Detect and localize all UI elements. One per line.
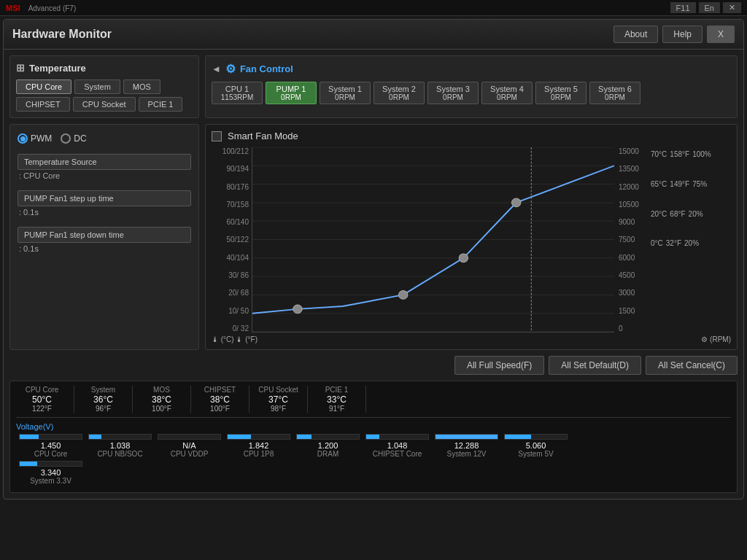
help-button[interactable]: Help	[662, 26, 703, 43]
temp-source-button[interactable]: Temperature Source	[18, 154, 191, 170]
pwm-radio[interactable]: PWM	[18, 133, 52, 144]
all-full-speed-button[interactable]: All Full Speed(F)	[454, 356, 544, 375]
fan-icon: ⚙	[225, 62, 236, 76]
sensor-chipset: CHIPSET 38°C 100°F	[191, 386, 249, 413]
v-system-33v: 3.340 System 3.3V	[16, 461, 85, 485]
fan-ch-sys5-rpm: 0RPM	[543, 93, 578, 101]
voltage-section: Voltage(V) 1.450 CPU Core 1.038	[16, 422, 731, 485]
fan-ch-sys1-rpm: 0RPM	[328, 93, 363, 101]
all-set-default-button[interactable]: All Set Default(D)	[549, 356, 641, 375]
sensor-cpu-core: CPU Core 50°C 122°F	[16, 386, 74, 413]
action-buttons: All Full Speed(F) All Set Default(D) All…	[9, 356, 738, 375]
fan-ch-cpu1-label: CPU 1	[225, 85, 249, 93]
temp-btn-mos[interactable]: MOS	[123, 79, 160, 94]
legend-entry-2: 65°C149°F75%	[651, 180, 731, 188]
monitor-bar: CPU Core 50°C 122°F System 36°C 96°F MOS…	[9, 381, 738, 493]
temp-btn-cpu-socket[interactable]: CPU Socket	[73, 97, 136, 112]
temperature-panel: ⊞ Temperature CPU Core System MOS CHIPSE…	[9, 55, 199, 118]
chart-bottom-left: 🌡 (°C) 🌡 (°F)	[212, 335, 258, 343]
v-system-12v: 12.288 System 12V	[432, 434, 501, 458]
chart-main[interactable]	[252, 147, 614, 332]
fan-ch-sys2-label: System 2	[382, 85, 416, 93]
legend-entry-4: 0°C32°F20%	[651, 239, 731, 247]
temp-buttons: CPU Core System MOS CHIPSET CPU Socket P…	[16, 79, 193, 112]
fan-ch-sys6[interactable]: System 6 0RPM	[589, 82, 640, 104]
fan-ch-pump1-rpm: 0RPM	[274, 93, 309, 101]
temp-btn-pcie1[interactable]: PCIE 1	[139, 97, 183, 112]
svg-point-13	[459, 254, 468, 262]
about-button[interactable]: About	[614, 26, 658, 43]
chart-bottom-right: ⚙ (RPM)	[701, 335, 731, 343]
fan-ch-sys6-rpm: 0RPM	[597, 93, 632, 101]
dc-radio-circle	[61, 133, 71, 144]
fan-ch-sys6-label: System 6	[598, 85, 632, 93]
step-up-button[interactable]: PUMP Fan1 step up time	[18, 190, 191, 206]
f11-btn[interactable]: F11	[670, 2, 696, 13]
content-area: ⊞ Temperature CPU Core System MOS CHIPSE…	[4, 50, 743, 499]
voltage-row-1: 1.450 CPU Core 1.038 CPU NB/SOC	[16, 434, 731, 458]
fan-ch-pump1[interactable]: PUMP 1 0RPM	[266, 82, 317, 104]
chart-rpm-labels: 15000 13500 12000 10500 9000 7500 6000 4…	[614, 147, 651, 332]
smart-fan-header: Smart Fan Mode	[212, 131, 731, 141]
close-button[interactable]: X	[707, 26, 735, 43]
en-btn[interactable]: En	[699, 2, 720, 13]
sensor-system: System 36°C 96°F	[74, 386, 133, 413]
x-btn[interactable]: ✕	[723, 2, 741, 13]
v-dram: 1.200 DRAM	[293, 434, 363, 458]
sensor-mos: MOS 38°C 100°F	[133, 386, 191, 413]
temp-source-value: : CPU Core	[18, 171, 191, 180]
smart-fan-checkbox[interactable]	[212, 131, 222, 141]
title-bar: Hardware Monitor About Help X	[4, 20, 743, 50]
fan-ch-sys3[interactable]: System 3 0RPM	[427, 82, 479, 104]
top-bar: MSI Advanced (F7) F11 En ✕	[0, 0, 747, 16]
fan-ch-sys2[interactable]: System 2 0RPM	[374, 82, 425, 104]
fan-arrow-icon: ◄	[212, 63, 221, 74]
voltage-label: Voltage(V)	[16, 422, 731, 431]
temp-btn-chipset[interactable]: CHIPSET	[16, 97, 70, 112]
temp-panel-header: ⊞ Temperature	[16, 62, 193, 74]
top-panels: ⊞ Temperature CPU Core System MOS CHIPSE…	[9, 55, 738, 118]
step-down-value: : 0.1s	[18, 244, 191, 253]
dc-label: DC	[74, 133, 86, 144]
smart-fan-label: Smart Fan Mode	[228, 131, 298, 141]
svg-point-11	[293, 305, 302, 314]
v-cpu-core: 1.450 CPU Core	[16, 434, 85, 458]
temp-btn-system[interactable]: System	[74, 79, 120, 94]
fan-ch-sys1-label: System 1	[328, 85, 362, 93]
fan-ch-cpu1-rpm: 1153RPM	[220, 93, 255, 101]
fan-ch-sys1[interactable]: System 1 0RPM	[320, 82, 371, 104]
fan-ch-sys3-rpm: 0RPM	[436, 93, 471, 101]
title-bar-buttons: About Help X	[614, 26, 735, 43]
fan-ch-sys3-label: System 3	[436, 85, 470, 93]
fan-ch-sys4[interactable]: System 4 0RPM	[481, 82, 533, 104]
chart-legend: 70°C158°F100% 65°C149°F75% 20°C68°F20% 0…	[651, 147, 731, 332]
legend-entry-1: 70°C158°F100%	[651, 150, 731, 158]
chart-svg	[252, 147, 614, 332]
v-cpu-vddp: N/A CPU VDDP	[155, 434, 224, 458]
fan-channels: CPU 1 1153RPM PUMP 1 0RPM System 1 0RPM …	[212, 82, 731, 104]
step-up-group: PUMP Fan1 step up time : 0.1s	[18, 190, 191, 217]
pwm-label: PWM	[31, 133, 52, 144]
pwm-radio-circle	[18, 133, 28, 144]
temp-btn-cpu-core[interactable]: CPU Core	[16, 79, 71, 94]
top-bar-title: MSI Advanced (F7)	[6, 4, 670, 12]
chart-area: Smart Fan Mode 100/212 90/194 80/176 70/…	[205, 124, 738, 350]
voltage-row-2: 3.340 System 3.3V	[16, 461, 731, 485]
fan-panel-header: ◄ ⚙ Fan Control	[212, 62, 731, 76]
fan-ch-sys4-label: System 4	[490, 85, 524, 93]
monitor-sensors: CPU Core 50°C 122°F System 36°C 96°F MOS…	[16, 386, 731, 418]
sensor-cpu-socket: CPU Socket 37°C 98°F	[249, 386, 308, 413]
step-up-value: : 0.1s	[18, 208, 191, 217]
dc-radio[interactable]: DC	[61, 133, 86, 144]
fan-ch-sys5[interactable]: System 5 0RPM	[535, 82, 587, 104]
v-chipset-core: 1.048 CHIPSET Core	[363, 434, 432, 458]
main-window: Hardware Monitor About Help X ⊞ Temperat…	[3, 19, 744, 499]
step-down-button[interactable]: PUMP Fan1 step down time	[18, 227, 191, 243]
fan-ch-cpu1[interactable]: CPU 1 1153RPM	[212, 82, 263, 104]
v-cpu-nb-soc: 1.038 CPU NB/SOC	[85, 434, 155, 458]
all-set-cancel-button[interactable]: All Set Cancel(C)	[646, 356, 738, 375]
pwm-dc-row: PWM DC	[18, 133, 191, 144]
temp-icon: ⊞	[16, 62, 25, 74]
temp-panel-title: Temperature	[29, 63, 86, 74]
window-title: Hardware Monitor	[12, 28, 112, 41]
